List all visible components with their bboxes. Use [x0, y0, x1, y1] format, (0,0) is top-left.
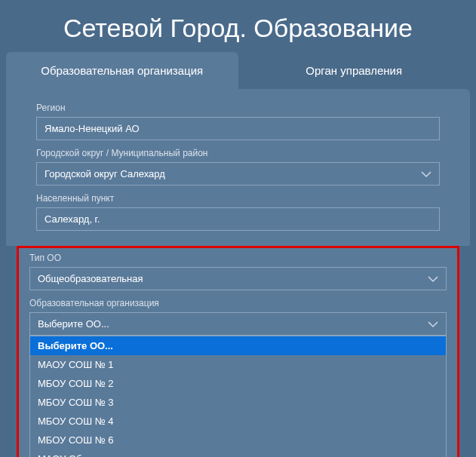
district-label: Городской округ / Муниципальный район: [36, 148, 440, 158]
ootype-label: Тип ОО: [29, 253, 447, 263]
chevron-down-icon: [428, 275, 438, 283]
dropdown-option[interactable]: МБОУ СОШ № 3: [30, 393, 446, 412]
settlement-value: Салехард, г.: [45, 213, 100, 225]
form-panel: Регион Ямало-Ненецкий АО Городской округ…: [6, 89, 470, 246]
page-title: Сетевой Город. Образование: [0, 0, 476, 52]
org-select[interactable]: Выберите ОО...: [29, 312, 447, 336]
tabs: Образовательная организация Орган управл…: [0, 52, 476, 89]
dropdown-option[interactable]: МБОУ СОШ № 6: [30, 431, 446, 449]
dropdown-option[interactable]: МАОУ Обдорская гимназия: [30, 449, 446, 457]
dropdown-option[interactable]: МБОУ СОШ № 2: [30, 374, 446, 393]
org-dropdown-list: Выберите ОО... МАОУ СОШ № 1 МБОУ СОШ № 2…: [29, 336, 447, 457]
region-value: Ямало-Ненецкий АО: [45, 123, 140, 134]
tab-educational-org[interactable]: Образовательная организация: [6, 52, 238, 89]
dropdown-option[interactable]: МАОУ СОШ № 1: [30, 355, 446, 374]
chevron-down-icon: [428, 321, 438, 328]
highlight-box: Тип ОО Общеобразовательная Образовательн…: [17, 246, 459, 457]
dropdown-option[interactable]: Выберите ОО...: [30, 336, 446, 355]
chevron-down-icon: [421, 170, 431, 178]
org-value: Выберите ОО...: [38, 318, 109, 330]
region-label: Регион: [36, 103, 440, 113]
district-select[interactable]: Городской округ Салехард: [36, 162, 440, 186]
region-select[interactable]: Ямало-Ненецкий АО: [36, 117, 440, 140]
settlement-select[interactable]: Салехард, г.: [36, 207, 440, 231]
settlement-label: Населенный пункт: [36, 193, 440, 204]
tab-management-body[interactable]: Орган управления: [238, 52, 471, 89]
ootype-select[interactable]: Общеобразовательная: [29, 267, 447, 290]
ootype-value: Общеобразовательная: [38, 273, 143, 284]
district-value: Городской округ Салехард: [45, 168, 165, 179]
org-label: Образовательная организация: [29, 298, 447, 308]
dropdown-option[interactable]: МБОУ СОШ № 4: [30, 412, 446, 431]
